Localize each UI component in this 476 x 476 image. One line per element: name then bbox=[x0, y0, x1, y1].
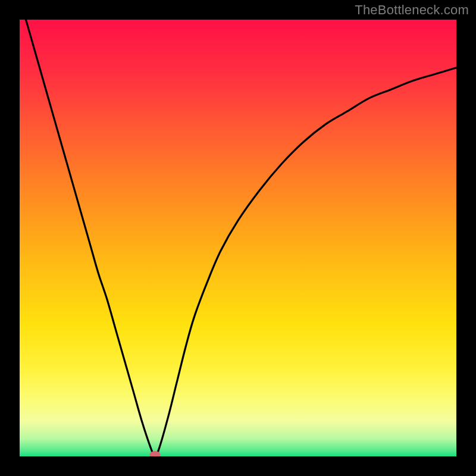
chart-frame: TheBottleneck.com bbox=[0, 0, 476, 476]
plot-area bbox=[20, 20, 456, 456]
watermark-label: TheBottleneck.com bbox=[355, 2, 469, 18]
bottleneck-curve bbox=[20, 20, 456, 456]
